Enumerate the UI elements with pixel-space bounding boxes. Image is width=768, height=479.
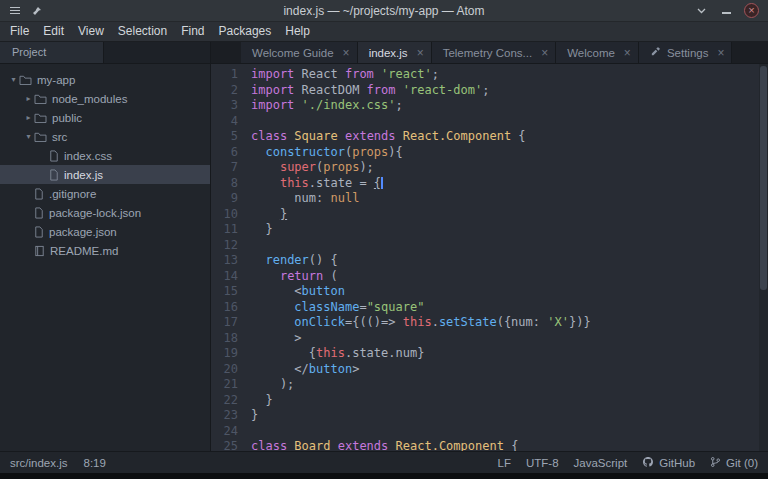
line-number[interactable]: 22 xyxy=(211,393,251,409)
line-number[interactable]: 17 xyxy=(211,315,251,331)
line-number[interactable]: 8 xyxy=(211,176,251,192)
menu-item-file[interactable]: File xyxy=(3,22,36,41)
git-label: Git (0) xyxy=(726,457,758,469)
line-number[interactable]: 25 xyxy=(211,439,251,451)
menu-item-edit[interactable]: Edit xyxy=(36,22,71,41)
tab-close-icon[interactable]: × xyxy=(343,46,350,60)
code-line[interactable]: 6 constructor(props){ xyxy=(211,145,768,161)
code-line[interactable]: 9 num: null xyxy=(211,191,768,207)
status-file-path[interactable]: src/index.js xyxy=(10,457,68,469)
line-number[interactable]: 19 xyxy=(211,346,251,362)
code-line[interactable]: 3import './index.css'; xyxy=(211,98,768,114)
code-line[interactable]: 23} xyxy=(211,408,768,424)
chevron-down-icon[interactable]: ▾ xyxy=(8,75,19,84)
line-number[interactable]: 12 xyxy=(211,238,251,254)
tab-close-icon[interactable]: × xyxy=(717,46,724,60)
code-line[interactable]: 15 <button xyxy=(211,284,768,300)
tab-close-icon[interactable]: × xyxy=(417,46,424,60)
scrollbar-thumb[interactable] xyxy=(760,66,767,290)
tab-Welcome[interactable]: Welcome× xyxy=(556,42,639,63)
menu-item-view[interactable]: View xyxy=(71,22,111,41)
code-line[interactable]: 7 super(props); xyxy=(211,160,768,176)
menu-item-help[interactable]: Help xyxy=(278,22,317,41)
chevron-right-icon[interactable]: ▸ xyxy=(23,94,34,103)
line-number[interactable]: 18 xyxy=(211,331,251,347)
code-line[interactable]: 21 ); xyxy=(211,377,768,393)
line-number[interactable]: 11 xyxy=(211,222,251,238)
line-number[interactable]: 14 xyxy=(211,269,251,285)
window-menu-icon[interactable] xyxy=(7,3,22,18)
tab-Settings[interactable]: Settings× xyxy=(639,42,733,63)
tab-close-icon[interactable]: × xyxy=(541,46,548,60)
shade-icon[interactable] xyxy=(694,3,709,18)
grammar-indicator[interactable]: JavaScript xyxy=(574,457,628,469)
code-line[interactable]: 12 xyxy=(211,238,768,254)
line-number[interactable]: 24 xyxy=(211,424,251,440)
tree-item-index.css[interactable]: index.css xyxy=(0,146,210,165)
line-number[interactable]: 16 xyxy=(211,300,251,316)
code-line[interactable]: 22 } xyxy=(211,393,768,409)
code-line[interactable]: 5class Square extends React.Component { xyxy=(211,129,768,145)
line-number[interactable]: 3 xyxy=(211,98,251,114)
code-line[interactable]: 10 } xyxy=(211,207,768,223)
line-number[interactable]: 23 xyxy=(211,408,251,424)
scrollbar[interactable] xyxy=(759,64,768,451)
tree-item-README.md[interactable]: README.md xyxy=(0,241,210,260)
minimize-icon[interactable] xyxy=(719,3,734,18)
code-area[interactable]: 1import React from 'react';2import React… xyxy=(211,67,768,451)
tree-item-public[interactable]: ▸public xyxy=(0,108,210,127)
chevron-down-icon[interactable]: ▾ xyxy=(23,132,34,141)
code-line[interactable]: 11 } xyxy=(211,222,768,238)
code-line[interactable]: 25class Board extends React.Component { xyxy=(211,439,768,451)
line-number[interactable]: 2 xyxy=(211,83,251,99)
tree-item-index.js[interactable]: index.js xyxy=(0,165,210,184)
code-line[interactable]: 13 render() { xyxy=(211,253,768,269)
line-number[interactable]: 5 xyxy=(211,129,251,145)
code-line[interactable]: 24 xyxy=(211,424,768,440)
code-line[interactable]: 20 </button> xyxy=(211,362,768,378)
line-ending-indicator[interactable]: LF xyxy=(498,457,511,469)
editor[interactable]: 1import React from 'react';2import React… xyxy=(211,64,768,451)
tree-item-my-app[interactable]: ▾my-app xyxy=(0,70,210,89)
menu-item-find[interactable]: Find xyxy=(174,22,211,41)
chevron-right-icon[interactable]: ▸ xyxy=(23,113,34,122)
code-line[interactable]: 17 onClick={(()=> this.setState({num: 'X… xyxy=(211,315,768,331)
code-line[interactable]: 19 {this.state.num} xyxy=(211,346,768,362)
tree-item-.gitignore[interactable]: .gitignore xyxy=(0,184,210,203)
tree-item-package-lock.json[interactable]: package-lock.json xyxy=(0,203,210,222)
line-number[interactable]: 21 xyxy=(211,377,251,393)
code-line[interactable]: 14 return ( xyxy=(211,269,768,285)
tree-item-package.json[interactable]: package.json xyxy=(0,222,210,241)
code-line[interactable]: 18 > xyxy=(211,331,768,347)
tree-item-src[interactable]: ▾src xyxy=(0,127,210,146)
line-number[interactable]: 9 xyxy=(211,191,251,207)
code-line[interactable]: 16 className="square" xyxy=(211,300,768,316)
line-number[interactable]: 20 xyxy=(211,362,251,378)
tab-close-icon[interactable]: × xyxy=(624,46,631,60)
line-number[interactable]: 13 xyxy=(211,253,251,269)
tree-item-node_modules[interactable]: ▸node_modules xyxy=(0,89,210,108)
project-tab[interactable]: Project xyxy=(0,42,104,63)
pin-icon[interactable] xyxy=(29,3,44,18)
tab-Telemetry Cons...[interactable]: Telemetry Cons...× xyxy=(432,42,557,63)
line-number[interactable]: 10 xyxy=(211,207,251,223)
menu-item-packages[interactable]: Packages xyxy=(212,22,279,41)
line-number[interactable]: 15 xyxy=(211,284,251,300)
line-number[interactable]: 6 xyxy=(211,145,251,161)
close-icon[interactable]: × xyxy=(744,3,759,18)
encoding-indicator[interactable]: UTF-8 xyxy=(526,457,559,469)
line-number[interactable]: 1 xyxy=(211,67,251,83)
code-line[interactable]: 2import ReactDOM from 'react-dom'; xyxy=(211,83,768,99)
git-status[interactable]: Git (0) xyxy=(710,456,758,470)
status-bar: src/index.js 8:19 LF UTF-8 JavaScript Gi… xyxy=(0,451,768,473)
line-number[interactable]: 7 xyxy=(211,160,251,176)
line-number[interactable]: 4 xyxy=(211,114,251,130)
cursor-position[interactable]: 8:19 xyxy=(84,457,106,469)
tab-Welcome Guide[interactable]: Welcome Guide× xyxy=(241,42,358,63)
github-status[interactable]: GitHub xyxy=(642,456,695,470)
tab-index.js[interactable]: index.js× xyxy=(358,42,432,63)
code-line[interactable]: 1import React from 'react'; xyxy=(211,67,768,83)
code-line[interactable]: 4 xyxy=(211,114,768,130)
menu-item-selection[interactable]: Selection xyxy=(111,22,174,41)
code-line[interactable]: 8 this.state = { xyxy=(211,176,768,192)
